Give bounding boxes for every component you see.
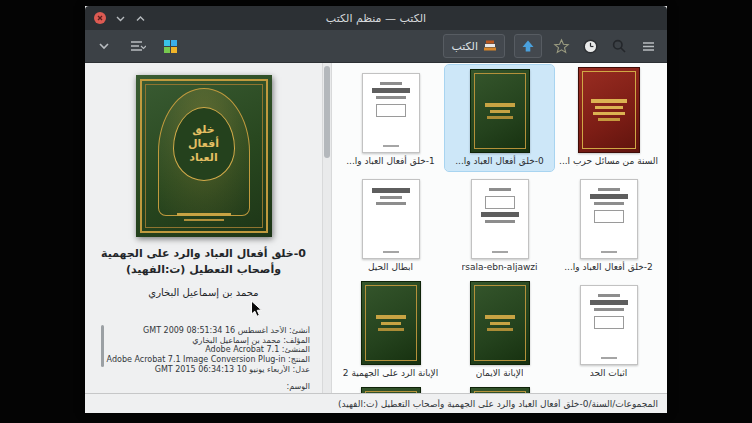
book-thumbnail (361, 279, 421, 365)
book-thumbnail (361, 385, 421, 393)
book-grid: السنة من مسائل حرب ا... 0-خلق أفعال العب… (332, 63, 667, 393)
sort-list-icon (129, 38, 146, 54)
book-thumbnail (362, 67, 420, 153)
go-up-button[interactable] (514, 34, 542, 58)
grid-item[interactable] (445, 383, 554, 393)
book-thumbnail (362, 173, 420, 259)
menu-button[interactable] (638, 35, 658, 57)
book-thumbnail (470, 279, 530, 365)
grid-item-label: 0-خلق أفعال العباد وا... (455, 155, 544, 167)
meta-created: أنشئ: الأحد أغسطس 16 08:51:34 2009 GMT (95, 326, 310, 336)
maximize-icon (135, 13, 146, 24)
grid-item-label: السنة من مسائل حرب ا... (559, 155, 658, 167)
book-title: 0-خلق أفعال العباد والرد على الجهمية وأص… (98, 246, 309, 278)
status-bar: المجموعات/السنة/0-خلق أفعال العباد والرد… (85, 393, 667, 413)
scrollbar-thumb[interactable] (324, 66, 330, 158)
grid-item[interactable]: الإبانة الرد على الجهمية 2 (336, 277, 445, 383)
grid-item-label: الإبانة الرد على الجهمية 2 (343, 367, 438, 379)
grid-item (554, 383, 663, 393)
hamburger-icon (641, 39, 656, 54)
meta-tag: الوسم: (95, 382, 310, 392)
sort-menu-button[interactable] (127, 35, 147, 57)
details-scrollbar[interactable] (101, 325, 104, 367)
books-icon (483, 38, 497, 55)
grid-item-label: 2-خلق أفعال العباد وا... (564, 261, 653, 273)
meta-creator: المنشئ: Adobe Acrobat 7.1 (95, 345, 310, 355)
screen: { "titlebar": { "title": "الكتب — منظم ا… (0, 0, 752, 423)
meta-producer: المنتج: Adobe Acrobat 7.1 Image Conversi… (95, 355, 310, 365)
window-title: الكتب — منظم الكتب (85, 12, 667, 25)
grid-item[interactable]: 2-خلق أفعال العباد وا... (554, 171, 663, 277)
search-button[interactable] (609, 35, 629, 57)
minimize-button[interactable] (115, 9, 126, 28)
grid-item-label: rsala-ebn-aljawzi (462, 261, 538, 273)
collection-books-button[interactable]: الكتب (443, 34, 505, 58)
grid-item-label: اثبات الحد (590, 367, 628, 379)
book-thumbnail (470, 385, 530, 393)
titlebar: الكتب — منظم الكتب (85, 6, 667, 30)
grid-item[interactable] (336, 383, 445, 393)
toolbar: الكتب (85, 30, 667, 63)
window-controls (94, 6, 146, 30)
app-window: الكتب — منظم الكتب (85, 6, 667, 413)
book-thumbnail (471, 173, 529, 259)
grid-item[interactable]: 1-خلق أفعال العباد وا... (336, 65, 445, 171)
star-icon (553, 38, 570, 55)
details-panel: خلق أفعال العباد 0-خلق أفعال العباد والر… (85, 63, 322, 393)
meta-modified: عدل: الأربعاء يونيو 10 06:34:13 2015 GMT (95, 365, 310, 375)
close-icon (96, 14, 104, 22)
clock-icon (582, 38, 599, 55)
status-path: المجموعات/السنة/0-خلق أفعال العباد والرد… (338, 399, 658, 409)
grid-item-label: 1-خلق أفعال العباد وا... (346, 155, 435, 167)
search-icon (611, 38, 627, 54)
grid-item[interactable]: الإبانة الايمان (445, 277, 554, 383)
icon-view-button[interactable] (160, 35, 180, 57)
favorites-button[interactable] (551, 35, 571, 57)
toolbar-right-group: الكتب (443, 34, 658, 58)
expand-chevron-button[interactable] (94, 35, 114, 57)
book-cover: خلق أفعال العباد (136, 75, 272, 237)
book-thumbnail (470, 67, 530, 153)
book-metadata: أنشئ: الأحد أغسطس 16 08:51:34 2009 GMT ا… (95, 326, 310, 392)
toolbar-left-group (94, 35, 180, 57)
grid-item[interactable]: ابطال الحيل (336, 171, 445, 277)
book-thumbnail (580, 279, 638, 365)
grid-item-selected[interactable]: 0-خلق أفعال العباد وا... (445, 65, 554, 171)
books-button-label: الكتب (451, 40, 478, 53)
book-author: محمد بن إسماعيل البخاري (85, 287, 322, 298)
grid-item-label: ابطال الحيل (368, 261, 413, 273)
icon-view-icon (162, 38, 179, 55)
main-content: خلق أفعال العباد 0-خلق أفعال العباد والر… (85, 63, 667, 393)
recent-button[interactable] (580, 35, 600, 57)
book-thumbnail (578, 67, 640, 153)
up-arrow-icon (520, 38, 536, 54)
grid-item-label: الإبانة الايمان (476, 367, 524, 379)
grid-item[interactable]: اثبات الحد (554, 277, 663, 383)
grid-item[interactable]: rsala-ebn-aljawzi (445, 171, 554, 277)
grid-item[interactable]: السنة من مسائل حرب ا... (554, 65, 663, 171)
close-button[interactable] (94, 12, 106, 24)
chevron-down-icon (96, 38, 112, 54)
meta-author: المؤلف: محمد بن إسماعيل البخاري (95, 336, 310, 346)
maximize-button[interactable] (135, 9, 146, 28)
book-thumbnail (580, 173, 638, 259)
minimize-icon (115, 13, 126, 24)
grid-scrollbar[interactable] (322, 63, 332, 393)
cover-title: خلق أفعال العباد (179, 123, 229, 166)
